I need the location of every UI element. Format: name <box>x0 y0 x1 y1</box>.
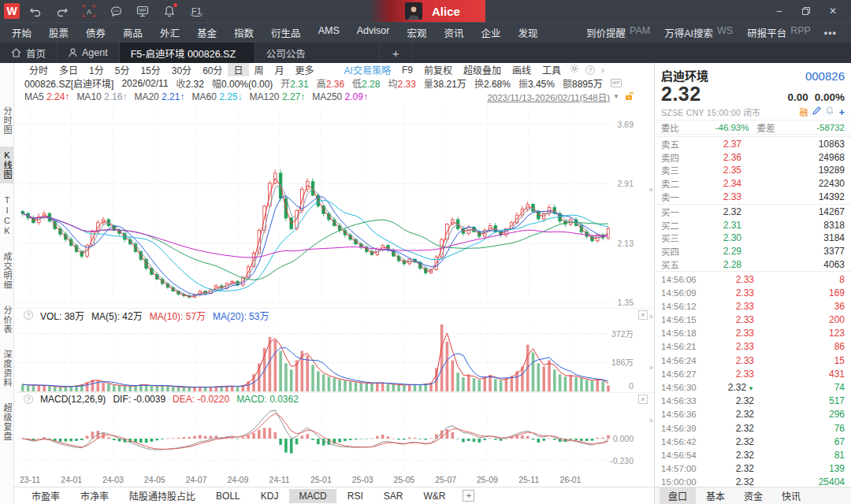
period-5分[interactable]: 5分 <box>110 63 136 76</box>
tab-home[interactable]: 首页 <box>0 43 58 63</box>
tick-row[interactable]: 14:56:272.33431 <box>655 367 851 380</box>
tab-announcement[interactable]: 公司公告 <box>255 43 380 63</box>
macd-pane[interactable]: ? MACD(12,26,9) DIF: -0.0039 DEA: -0.022… <box>14 392 654 474</box>
rail-item-深度资料[interactable]: 深度资料 <box>0 346 13 391</box>
help-icon[interactable]: ? <box>585 65 595 75</box>
indicator-tab-KDJ[interactable]: KDJ <box>251 489 288 503</box>
period-分时[interactable]: 分时 <box>24 63 54 76</box>
tick-row[interactable]: 14:56:152.33200 <box>655 313 851 327</box>
period-15分[interactable]: 15分 <box>135 63 165 76</box>
undo-icon[interactable] <box>29 5 42 17</box>
edit-icon[interactable] <box>812 106 821 117</box>
indicator-tab-BOLL[interactable]: BOLL <box>206 489 250 503</box>
tool-画线[interactable]: 画线 <box>507 63 537 76</box>
ask-row[interactable]: 卖三2.3519289 <box>655 164 851 177</box>
user-banner[interactable]: Alice <box>369 0 485 22</box>
bell-icon[interactable] <box>163 5 176 17</box>
menu-item-资讯[interactable]: 资讯 <box>435 25 472 40</box>
tool-F9[interactable]: F9 <box>396 65 418 76</box>
tick-row[interactable]: 15:00:002.3225404 <box>655 476 851 487</box>
macd-help-icon[interactable]: ? <box>24 395 33 404</box>
chat-icon[interactable] <box>110 5 122 17</box>
rail-item-分时图[interactable]: 分时图 <box>0 102 13 139</box>
bid-row[interactable]: 买三2.303184 <box>655 232 851 245</box>
tool-AI交易策略[interactable]: AI交易策略 <box>339 63 396 76</box>
menu-item-衍生品[interactable]: 衍生品 <box>262 25 310 40</box>
macd-close-icon[interactable]: × <box>638 395 648 404</box>
gear-icon[interactable] <box>570 64 579 76</box>
menu-combo-到价提醒[interactable]: 到价提醒PAM <box>579 25 657 40</box>
menu-item-发现[interactable]: 发现 <box>509 25 546 40</box>
collapse-chevron-icon[interactable]: » <box>648 313 653 321</box>
menu-item-宏观[interactable]: 宏观 <box>398 25 435 40</box>
ask-row[interactable]: 卖一2.3314392 <box>655 190 851 203</box>
new-tab-button[interactable]: + <box>380 43 413 63</box>
bid-row[interactable]: 买四2.293377 <box>655 245 851 258</box>
menu-item-外汇[interactable]: 外汇 <box>151 25 188 40</box>
menu-item-商品[interactable]: 商品 <box>114 25 151 40</box>
tick-row[interactable]: 14:56:182.33123 <box>655 327 851 340</box>
rail-item-成交明细[interactable]: 成交明细 <box>0 248 13 294</box>
panel-tab-基本[interactable]: 基本 <box>697 487 734 504</box>
unlock-icon[interactable] <box>625 91 634 103</box>
indicator-tab-SAR[interactable]: SAR <box>374 489 413 503</box>
wp-badge-icon[interactable]: WP <box>611 79 622 87</box>
panel-tab-盘口[interactable]: 盘口 <box>660 487 696 504</box>
date-range[interactable]: 2023/11/13-2026/02/11(548日) <box>487 91 610 103</box>
menu-item-基金[interactable]: 基金 <box>188 25 225 40</box>
redo-icon[interactable] <box>56 5 69 17</box>
tick-row[interactable]: 14:56:392.3276 <box>655 421 851 435</box>
rail-item-K线图[interactable]: K线图 <box>0 146 13 183</box>
period-1分[interactable]: 1分 <box>84 63 110 76</box>
panel-tab-快讯[interactable]: 快讯 <box>773 487 809 504</box>
menu-item-债券[interactable]: 债券 <box>77 25 114 40</box>
period-60分[interactable]: 60分 <box>197 63 228 76</box>
tab-agent[interactable]: Agent <box>58 43 120 63</box>
period-月[interactable]: 月 <box>269 63 290 76</box>
tick-list[interactable]: 14:56:062.33814:56:092.3316914:56:122.33… <box>655 271 851 487</box>
period-日[interactable]: 日 <box>228 63 248 76</box>
ask-row[interactable]: 卖五2.3710863 <box>655 138 851 151</box>
indicator-tab-市盈率[interactable]: 市盈率 <box>22 487 69 504</box>
rail-item-超级复盘[interactable]: 超级复盘 <box>0 399 13 445</box>
indicator-tab-陆股通持股占比[interactable]: 陆股通持股占比 <box>120 487 205 504</box>
menu-item-Advisor[interactable]: Advisor <box>348 25 399 40</box>
indicator-tab-W&R[interactable]: W&R <box>414 489 455 503</box>
period-多日[interactable]: 多日 <box>54 63 84 76</box>
rail-item-分价表[interactable]: 分价表 <box>0 302 13 338</box>
volume-close-icon[interactable]: × <box>638 310 648 320</box>
candlestick-pane[interactable]: « 3.692.912.131.35 <box>14 103 654 308</box>
tick-row[interactable]: 14:57:002.32139 <box>655 462 851 476</box>
tick-row[interactable]: 14:56:362.32296 <box>655 408 851 421</box>
indicator-tab-MACD[interactable]: MACD <box>289 489 336 503</box>
tick-row[interactable]: 14:56:212.3386 <box>655 340 851 354</box>
wp-monitor-icon[interactable]: WP <box>136 5 149 17</box>
add-watchlist-icon[interactable]: + <box>838 106 845 118</box>
minimize-button[interactable]: – <box>767 2 791 20</box>
wind-logo[interactable]: W <box>4 3 20 19</box>
panel-tab-资金[interactable]: 资金 <box>735 487 771 504</box>
alert-bell-icon[interactable] <box>826 106 834 117</box>
rail-item-TICK[interactable]: TICK <box>0 191 13 240</box>
bid-row[interactable]: 买一2.3214267 <box>655 206 851 219</box>
tick-row[interactable]: 14:56:062.338 <box>655 272 851 286</box>
menu-more-button[interactable]: ••• <box>818 28 843 39</box>
restore-button[interactable] <box>794 2 818 20</box>
tick-row[interactable]: 14:56:122.3336 <box>655 299 851 313</box>
menu-item-AMS[interactable]: AMS <box>310 25 348 40</box>
collapse-chevron-icon[interactable]: « <box>648 186 653 194</box>
date-range-caret-icon[interactable]: ▼ <box>613 93 619 100</box>
menu-combo-研报平台[interactable]: 研报平台RPP <box>740 25 818 40</box>
tab-stock-active[interactable]: F5-启迪环境 000826.SZ <box>120 43 255 63</box>
period-更多[interactable]: 更多 <box>290 63 320 76</box>
collapse-right-icon[interactable]: › <box>601 65 604 76</box>
collapse-chevron-icon[interactable]: » <box>648 364 653 372</box>
bid-row[interactable]: 买二2.318318 <box>655 219 851 232</box>
ask-row[interactable]: 卖二2.3422430 <box>655 177 851 191</box>
tick-row[interactable]: 14:56:302.32▼74 <box>655 380 851 394</box>
tool-工具[interactable]: 工具 <box>537 63 567 76</box>
tick-row[interactable]: 14:56:242.3315 <box>655 354 851 367</box>
add-indicator-button[interactable]: + <box>463 490 474 502</box>
ask-row[interactable]: 卖四2.3624968 <box>655 151 851 165</box>
period-30分[interactable]: 30分 <box>166 63 197 76</box>
